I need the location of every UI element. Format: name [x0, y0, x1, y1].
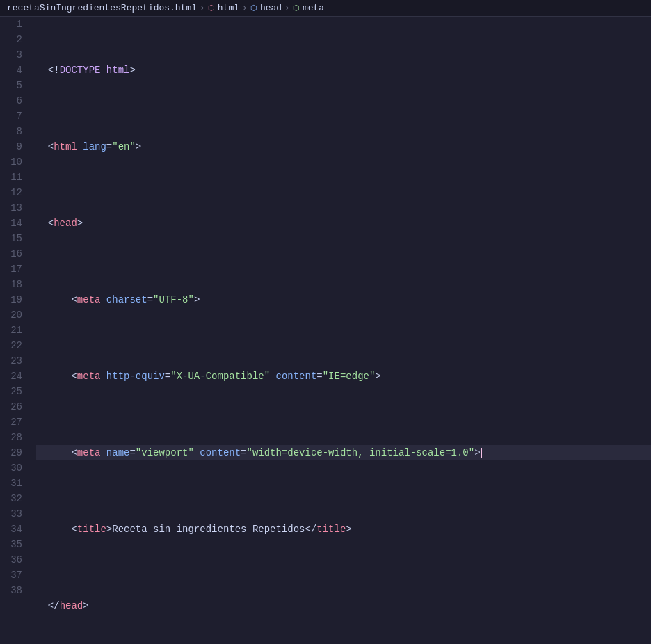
- bc-sep-3: ›: [284, 3, 290, 13]
- bc-meta-icon: ⬡: [293, 3, 300, 13]
- bc-html-label: html: [218, 3, 239, 13]
- code-content[interactable]: <!DOCTYPE html> <html lang="en"> <head> …: [28, 17, 651, 644]
- bc-head-icon: ⬡: [250, 3, 257, 13]
- code-line-2: <html lang="en">: [36, 139, 651, 154]
- line-numbers: 1 2 3 4 5 6 7 8 9 10 11 12 13 14 15 16 1…: [0, 17, 28, 644]
- breadcrumb-bar: recetaSinIngredientesRepetidos.html › ⬡ …: [0, 0, 651, 17]
- bc-sep-1: ›: [200, 3, 205, 13]
- bc-meta-label: meta: [303, 3, 324, 13]
- code-line-1: <!DOCTYPE html>: [36, 63, 651, 78]
- bc-html-icon: ⬡: [208, 3, 215, 13]
- code-editor[interactable]: 1 2 3 4 5 6 7 8 9 10 11 12 13 14 15 16 1…: [0, 17, 651, 644]
- bc-head-label: head: [260, 3, 282, 13]
- code-line-6: <meta name="viewport" content="width=dev…: [36, 445, 651, 460]
- code-line-5: <meta http-equiv="X-UA-Compatible" conte…: [36, 369, 651, 384]
- code-line-7: <title>Receta sin ingredientes Repetidos…: [36, 522, 651, 537]
- code-line-8: </head>: [36, 598, 651, 613]
- code-line-3: <head>: [36, 216, 651, 231]
- bc-sep-2: ›: [242, 3, 248, 13]
- code-line-4: <meta charset="UTF-8">: [36, 292, 651, 307]
- breadcrumb-file: recetaSinIngredientesRepetidos.html: [7, 3, 197, 13]
